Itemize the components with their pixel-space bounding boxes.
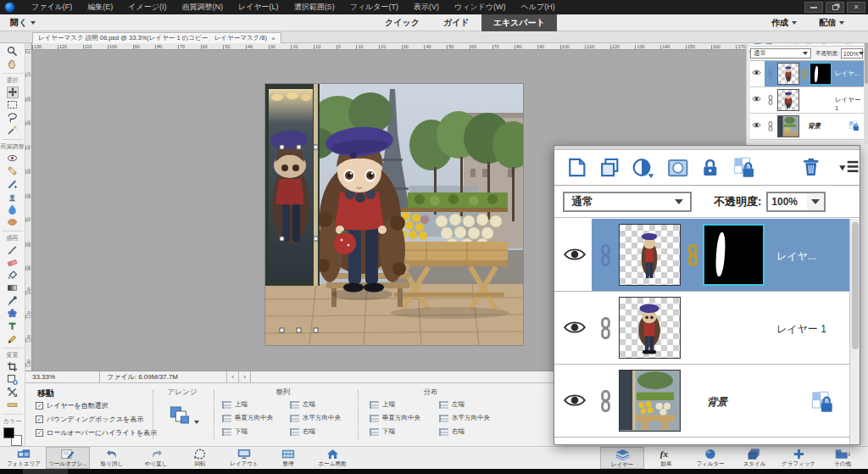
zoom-level[interactable]: 33.33% [25, 371, 100, 382]
arrange-icon[interactable] [169, 405, 191, 426]
new-layer-icon[interactable] [566, 156, 588, 179]
panel-menu-icon[interactable] [837, 156, 860, 179]
distribute-top-button[interactable]: 上端 [370, 400, 420, 409]
layer-name[interactable]: 背景 [808, 122, 821, 131]
menu-edit[interactable]: 編集(E) [80, 0, 120, 14]
layer-visibility-icon[interactable] [563, 245, 587, 264]
blend-mode-select[interactable]: 通常 [563, 192, 692, 212]
align-right-button[interactable]: 右端 [290, 427, 341, 436]
layout-button[interactable]: レイアウト [222, 447, 266, 469]
distribute-vcenter-button[interactable]: 垂直方向中央 [370, 414, 420, 422]
link-icon[interactable] [767, 95, 774, 105]
foreground-color-swatch[interactable] [3, 427, 14, 438]
paint-bucket-tool-icon[interactable] [7, 270, 19, 282]
eyedropper-tool-icon[interactable] [7, 295, 19, 307]
marquee-tool-icon[interactable] [7, 99, 19, 111]
crop-tool-icon[interactable] [7, 361, 19, 373]
layer-row-background[interactable]: 背景 [554, 365, 849, 438]
organizer-button[interactable]: 整理 [266, 447, 310, 469]
effects-button[interactable]: fx 効果 [644, 447, 688, 469]
create-menu-button[interactable]: 作成 [771, 17, 797, 29]
distribute-bottom-button[interactable]: 下端 [370, 427, 420, 436]
layer-visibility-icon[interactable] [752, 95, 761, 103]
menu-select[interactable]: 選択範囲(S) [287, 0, 342, 14]
menu-view[interactable]: 表示(V) [406, 0, 447, 14]
windows-start-area[interactable] [23, 469, 68, 474]
adjustment-layer-icon[interactable] [632, 156, 655, 179]
straighten-tool-icon[interactable] [7, 399, 19, 411]
link-icon[interactable] [767, 121, 774, 131]
pencil-tool-icon[interactable] [7, 333, 19, 345]
layer-visibility-icon[interactable] [752, 69, 761, 76]
move-tool-icon[interactable] [7, 86, 19, 98]
mask-link-icon[interactable] [801, 69, 808, 79]
menu-help[interactable]: ヘルプ(H) [514, 0, 563, 14]
restore-button[interactable] [826, 2, 844, 13]
recompose-tool-icon[interactable] [7, 374, 19, 386]
menu-enhance[interactable]: 画質調整(N) [174, 0, 231, 14]
layer-row-2[interactable]: レイヤー 1 [554, 292, 849, 365]
sponge-tool-icon[interactable] [7, 216, 19, 228]
eraser-tool-icon[interactable] [7, 257, 19, 269]
redo-button[interactable]: やり直し [134, 447, 178, 469]
filters-button[interactable]: フィルター [688, 447, 732, 469]
mask-link-icon[interactable] [686, 244, 700, 266]
layer-mask-thumbnail[interactable] [810, 63, 832, 85]
brush-tool-icon[interactable] [7, 244, 19, 256]
layer-row-2[interactable]: レイヤー 1 [750, 87, 865, 114]
lasso-tool-icon[interactable] [7, 112, 19, 124]
layer-thumbnail[interactable] [777, 63, 799, 85]
layer-thumbnail[interactable] [619, 224, 681, 286]
type-tool-icon[interactable] [7, 321, 19, 332]
layers-panel-button[interactable]: レイヤー [600, 447, 644, 469]
menu-filter[interactable]: フィルター(T) [342, 0, 406, 14]
checkbox-checked-icon[interactable]: ✓ [36, 429, 43, 437]
share-menu-button[interactable]: 配信 [819, 17, 844, 29]
custom-shape-tool-icon[interactable] [7, 308, 19, 320]
lock-all-icon[interactable] [699, 156, 721, 179]
blur-tool-icon[interactable] [7, 204, 19, 215]
panel-scrollbar[interactable] [849, 219, 860, 444]
document-close-icon[interactable]: × [271, 35, 275, 42]
zoom-tool-icon[interactable] [7, 46, 19, 58]
close-button[interactable]: ✕ [847, 2, 865, 13]
graphics-button[interactable]: グラフィック [776, 447, 821, 469]
content-aware-move-tool-icon[interactable] [7, 387, 19, 399]
layer-thumbnail[interactable] [777, 115, 799, 137]
file-size-info[interactable]: ファイル: 6.09M/37.7M [100, 371, 227, 382]
align-vcenter-button[interactable]: 垂直方向中央 [222, 414, 273, 422]
layer-row-1[interactable]: レイヤ... [750, 61, 865, 87]
chevron-down-icon[interactable] [194, 421, 199, 424]
layer-thumbnail[interactable] [619, 370, 681, 432]
auto-select-layer-option[interactable]: ✓ レイヤーを自動選択 [36, 401, 157, 410]
scrollbar-thumb[interactable] [852, 222, 859, 349]
align-bottom-button[interactable]: 下端 [222, 427, 273, 436]
align-left-button[interactable]: 左端 [290, 400, 341, 409]
menu-image[interactable]: イメージ(I) [120, 0, 174, 14]
layer-name[interactable]: レイヤー 1 [776, 322, 826, 337]
photo-bin-button[interactable]: フォトエリア [2, 447, 46, 469]
checkbox-checked-icon[interactable]: ✓ [36, 415, 43, 423]
smart-brush-tool-icon[interactable] [7, 178, 19, 190]
document-tab[interactable]: レイヤーマスク 説明 08.psd @ 33.3%(レイヤー 1 のコピー、レイ… [32, 32, 281, 43]
lock-transparency-icon[interactable] [732, 156, 755, 179]
quick-selection-tool-icon[interactable] [7, 125, 19, 137]
more-button[interactable]: その他 [821, 447, 865, 469]
layer-thumbnail[interactable] [777, 89, 799, 111]
align-hcenter-button[interactable]: 水平方向中央 [290, 414, 341, 422]
status-scroll-left-icon[interactable]: ‹ [227, 371, 239, 382]
show-bounding-box-option[interactable]: ✓ バウンディングボックスを表示 [36, 415, 157, 424]
undo-button[interactable]: 取り消し [90, 447, 134, 469]
background-lock-icon[interactable] [849, 120, 860, 131]
layer-visibility-icon[interactable] [563, 318, 587, 337]
checkbox-checked-icon[interactable]: ✓ [36, 402, 43, 410]
menu-file[interactable]: ファイル(F) [24, 0, 80, 14]
show-rollover-highlight-option[interactable]: ✓ ロールオーバーにハイライトを表示 [36, 428, 157, 438]
menu-window[interactable]: ウィンドウ(W) [447, 0, 514, 14]
status-scroll-right-icon[interactable]: › [239, 371, 251, 382]
layer-row-background[interactable]: 背景 [750, 114, 865, 140]
layer-name[interactable]: レイヤー 1 [835, 96, 865, 112]
layer-row-1[interactable]: レイヤ... [554, 219, 849, 292]
styles-button[interactable]: スタイル [732, 447, 776, 469]
distribute-hcenter-button[interactable]: 水平方向中央 [439, 414, 490, 422]
